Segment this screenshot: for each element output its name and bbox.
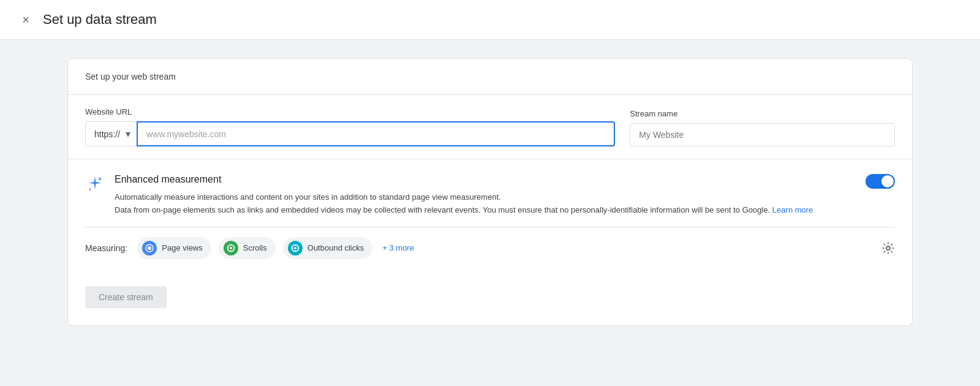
- measuring-label: Measuring:: [85, 243, 127, 253]
- page-views-icon: [142, 241, 157, 255]
- top-bar: × Set up data stream: [0, 0, 980, 40]
- svg-point-3: [230, 247, 232, 249]
- page-views-label: Page views: [162, 243, 202, 252]
- stream-name-label: Stream name: [630, 109, 895, 118]
- website-url-field: Website URL https:// http:// ▾: [85, 107, 615, 146]
- svg-point-9: [294, 247, 296, 249]
- measuring-row: Measuring: Page views: [85, 237, 895, 259]
- toggle-slider: [865, 174, 895, 189]
- page-title: Set up data stream: [43, 12, 157, 28]
- card-header: Set up your web stream: [68, 59, 912, 95]
- website-url-input[interactable]: [137, 121, 615, 146]
- url-group: https:// http:// ▾: [85, 121, 615, 146]
- card-subtitle: Set up your web stream: [85, 72, 176, 81]
- outbound-clicks-chip: Outbound clicks: [283, 237, 373, 259]
- enhanced-toggle-area[interactable]: [865, 174, 895, 189]
- svg-point-0: [148, 246, 151, 250]
- enhanced-header: Enhanced measurement Automatically measu…: [85, 174, 895, 217]
- enhanced-desc-line2: Data from on-page elements such as links…: [115, 205, 770, 214]
- stream-name-field: Stream name: [630, 109, 895, 146]
- protocol-selector[interactable]: https:// http:// ▾: [85, 121, 137, 146]
- settings-button[interactable]: [881, 241, 895, 255]
- enhanced-toggle[interactable]: [865, 174, 895, 189]
- chevron-down-icon: ▾: [126, 128, 130, 140]
- website-url-label: Website URL: [85, 107, 615, 116]
- outbound-clicks-icon: [288, 241, 303, 255]
- enhanced-desc: Automatically measure interactions and c…: [115, 191, 856, 217]
- form-section: Website URL https:// http:// ▾ Stream na…: [68, 95, 912, 159]
- sparkle-icon: [85, 174, 105, 194]
- outbound-clicks-label: Outbound clicks: [307, 243, 364, 252]
- enhanced-title: Enhanced measurement: [115, 174, 856, 185]
- enhanced-measurement-section: Enhanced measurement Automatically measu…: [68, 159, 912, 274]
- setup-card: Set up your web stream Website URL https…: [67, 58, 913, 326]
- section-divider: [85, 227, 895, 227]
- enhanced-content: Enhanced measurement Automatically measu…: [115, 174, 856, 217]
- page-views-chip: Page views: [137, 237, 211, 259]
- scrolls-label: Scrolls: [243, 243, 267, 252]
- more-link[interactable]: + 3 more: [382, 243, 414, 252]
- main-content: Set up your web stream Website URL https…: [0, 40, 980, 386]
- actions-section: Create stream: [68, 274, 912, 325]
- enhanced-desc-line1: Automatically measure interactions and c…: [115, 192, 501, 202]
- protocol-select-input[interactable]: https:// http://: [94, 129, 123, 139]
- create-stream-button[interactable]: Create stream: [85, 286, 167, 308]
- close-button[interactable]: ×: [17, 11, 34, 28]
- gear-icon: [881, 241, 895, 255]
- scrolls-icon: [224, 241, 238, 255]
- scrolls-chip: Scrolls: [219, 237, 276, 259]
- learn-more-link[interactable]: Learn more: [772, 205, 813, 214]
- stream-name-input[interactable]: [630, 123, 895, 146]
